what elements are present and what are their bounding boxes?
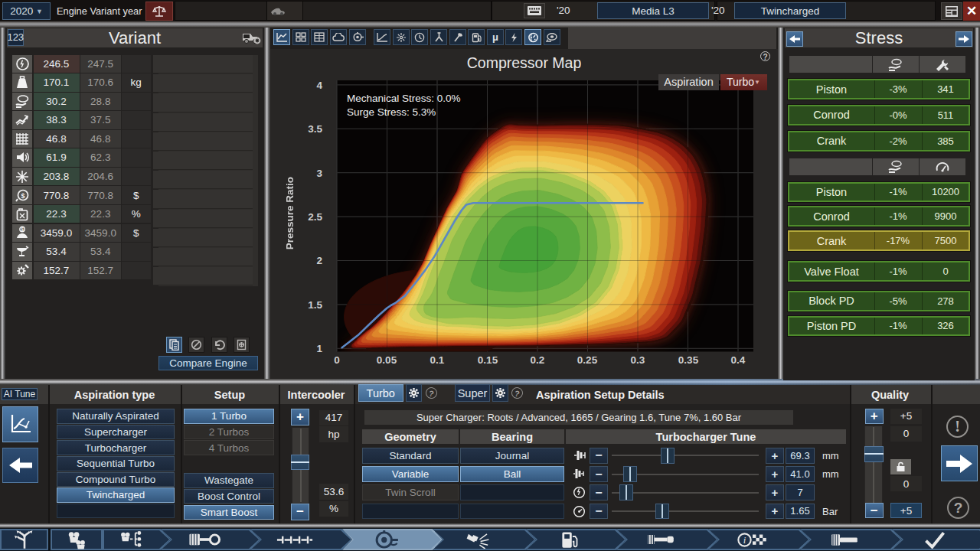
svg-text:i: i [743, 535, 746, 546]
svg-text:$: $ [21, 191, 24, 199]
svg-text:μ: μ [492, 32, 498, 43]
svg-text:$: $ [21, 227, 24, 233]
